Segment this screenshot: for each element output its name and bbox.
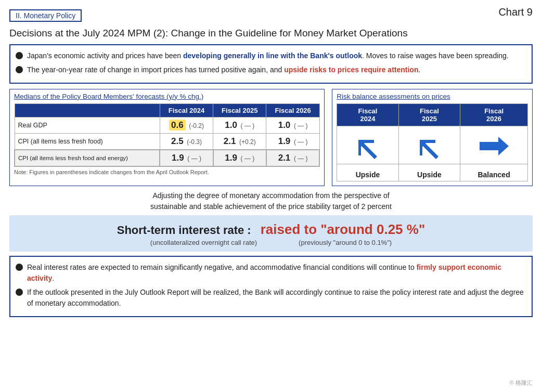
gdp-2026-change: ( — ) [294, 122, 308, 129]
chart-label: Chart 9 [498, 6, 533, 18]
cell-cpi1-2026: 1.9 ( — ) [266, 133, 319, 150]
forecast-table: Fiscal 2024 Fiscal 2025 Fiscal 2026 Real… [14, 103, 320, 167]
cpi1-2025-change: (+0.2) [239, 138, 256, 146]
cpi2-2025-change: ( — ) [241, 155, 255, 162]
table-note: Note: Figures in parentheses indicate ch… [14, 169, 320, 175]
forecasts-title: Medians of the Policy Board Members' for… [14, 93, 320, 100]
cpi1-2025-value: 2.1 [224, 136, 236, 146]
cpi2-2026-change: ( — ) [294, 155, 308, 162]
svg-marker-4 [480, 137, 509, 155]
cpi2-2026-value: 2.1 [278, 153, 291, 163]
cell-gdp-2024: 0.6 (-0.2) [160, 117, 213, 133]
interest-sub1: (uncollateralized overnight call rate) [150, 239, 257, 246]
cell-gdp-2026: 1.0 ( — ) [266, 117, 319, 133]
gdp-2026-value: 1.0 [278, 120, 291, 130]
risk-label-2026: Balanced [460, 164, 528, 181]
bullet-item-2: The year-on-year rate of change in impor… [16, 64, 524, 75]
bottom-bullet-dot-1 [16, 264, 23, 271]
cpi2-2024-value: 1.9 [172, 153, 184, 163]
page-title: Decisions at the July 2024 MPM (2): Chan… [9, 27, 533, 40]
bullet-item-1: Japan's economic activity and prices hav… [16, 50, 524, 61]
bullet-dot-1 [16, 52, 23, 59]
col-header-fy2026: Fiscal 2026 [266, 103, 319, 117]
cpi1-2026-change: ( — ) [294, 138, 308, 146]
risk-cell-2025 [398, 126, 460, 164]
risk-label-2024: Upside [337, 164, 398, 181]
forecasts-section: Medians of the Policy Board Members' for… [9, 89, 325, 186]
bottom-info-box: Real interest rates are expected to rema… [9, 256, 533, 317]
col-header-fy2025: Fiscal 2025 [213, 103, 266, 117]
section-tag: II. Monetary Policy [9, 9, 82, 22]
risk-header-2024: Fiscal2024 [337, 103, 398, 126]
cpi1-2026-value: 1.9 [278, 136, 291, 146]
risk-table: Fiscal2024 Fiscal2025 Fiscal2026 [337, 103, 528, 181]
risk-arrow-right-2026 [480, 135, 509, 158]
risk-label-row: Upside Upside Balanced [337, 164, 528, 181]
cell-cpi2-2025: 1.9 ( — ) [213, 150, 266, 166]
cell-cpi2-2024: 1.9 ( — ) [160, 150, 213, 166]
row-label-gdp: Real GDP [15, 117, 160, 133]
gdp-2024-value: 0.6 [169, 120, 186, 130]
top-info-box: Japan's economic activity and prices hav… [9, 44, 533, 84]
interest-rate-value: raised to "around 0.25 %" [261, 221, 425, 238]
row-label-cpi1: CPI (all items less fresh food) [15, 133, 160, 150]
cell-gdp-2025: 1.0 ( — ) [213, 117, 266, 133]
cpi2-2024-change: ( — ) [187, 155, 201, 162]
bottom-bullet-dot-2 [16, 289, 23, 296]
bottom-bullet-text-1: Real interest rates are expected to rema… [27, 262, 524, 284]
adjust-text: Adjusting the degree of monetary accommo… [9, 190, 533, 212]
risk-header-2026: Fiscal2026 [460, 103, 528, 126]
cell-cpi1-2024: 2.5 (-0.3) [160, 133, 213, 150]
interest-rate-line2: (uncollateralized overnight call rate) (… [20, 239, 522, 246]
table-row: CPI (all items less fresh food) 2.5 (-0.… [15, 133, 319, 150]
cpi1-2024-value: 2.5 [171, 136, 184, 146]
risk-section: Risk balance assessments on prices Fisca… [332, 89, 533, 186]
cpi2-2025-value: 1.9 [225, 153, 237, 163]
bullet-dot-2 [16, 66, 23, 73]
risk-header-2025: Fiscal2025 [398, 103, 460, 126]
risk-arrow-up-left-2024 [353, 132, 382, 161]
gdp-2025-change: ( — ) [241, 122, 255, 129]
gdp-2024-change: (-0.2) [189, 122, 204, 129]
interest-sub2: (previously "around 0 to 0.1%") [299, 239, 392, 246]
cpi1-2024-change: (-0.3) [187, 138, 202, 146]
risk-title: Risk balance assessments on prices [337, 93, 528, 100]
cell-cpi2-2026: 2.1 ( — ) [266, 150, 319, 166]
bottom-bullet-text-2: If the outlook presented in the July Out… [27, 287, 524, 309]
risk-cell-2024 [337, 126, 398, 164]
col-header-fy2024: Fiscal 2024 [160, 103, 213, 117]
gdp-2025-value: 1.0 [225, 120, 237, 130]
bullet-text-2: The year-on-year rate of change in impor… [27, 64, 420, 75]
interest-rate-line1: Short-term interest rate : raised to "ar… [20, 221, 522, 238]
risk-label-2025: Upside [398, 164, 460, 181]
bottom-bullet-item-1: Real interest rates are expected to rema… [16, 262, 524, 284]
bullet-text-1: Japan's economic activity and prices hav… [27, 50, 509, 61]
interest-rate-label: Short-term interest rate : [117, 224, 251, 237]
interest-rate-box: Short-term interest rate : raised to "ar… [9, 215, 533, 252]
bottom-bullet-item-2: If the outlook presented in the July Out… [16, 287, 524, 309]
col-header-empty [15, 103, 160, 117]
two-col-section: Medians of the Policy Board Members' for… [9, 89, 533, 186]
risk-cell-2026 [460, 126, 528, 164]
risk-arrow-up-left-2025 [415, 132, 444, 161]
table-row: CPI (all items less fresh food and energ… [15, 150, 319, 166]
cell-cpi1-2025: 2.1 (+0.2) [213, 133, 266, 150]
risk-arrow-row [337, 126, 528, 164]
table-row: Real GDP 0.6 (-0.2) 1.0 ( — ) 1.0 ( — ) [15, 117, 319, 133]
watermark: © 格隆汇 [510, 379, 533, 387]
row-label-cpi2: CPI (all items less fresh food and energ… [15, 150, 160, 166]
